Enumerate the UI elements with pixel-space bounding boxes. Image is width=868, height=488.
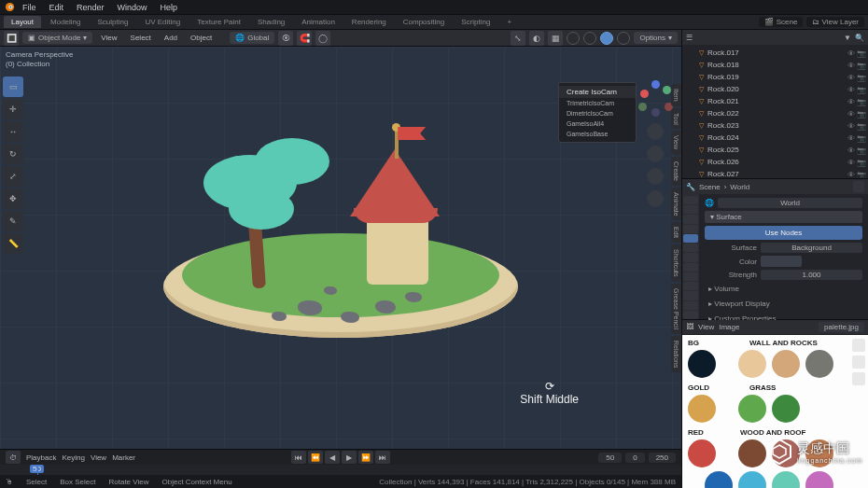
eye-icon[interactable]: 👁 — [847, 171, 855, 178]
ptab-viewlayer[interactable] — [683, 215, 698, 223]
tool-cursor[interactable]: ✛ — [3, 99, 23, 119]
image-editor-icon[interactable]: 🖼 — [686, 323, 693, 331]
tl-menu-playback[interactable]: Playback — [26, 453, 56, 462]
zoom-icon[interactable] — [647, 123, 664, 140]
play-icon[interactable]: ▶ — [342, 451, 357, 464]
strength-field[interactable]: 1.000 — [761, 270, 862, 280]
palette-swatch[interactable] — [738, 395, 766, 423]
ptab-material[interactable] — [683, 301, 698, 310]
shading-material[interactable] — [600, 32, 613, 45]
orbit-gizmo[interactable] — [637, 80, 674, 118]
workspace-tab-add[interactable]: + — [499, 16, 519, 28]
jump-end-icon[interactable]: ⏭ — [375, 451, 390, 464]
vp-menu-add[interactable]: Add — [160, 33, 182, 43]
workspace-tab-animation[interactable]: Animation — [294, 16, 343, 28]
play-reverse-icon[interactable]: ◀ — [325, 451, 340, 464]
3d-viewport[interactable]: Camera Perspective (0) Collection ▭ ✛ ↔ … — [0, 47, 681, 449]
orientation-dropdown[interactable]: 🌐 Global — [230, 32, 274, 44]
palette-swatch[interactable] — [738, 350, 766, 378]
palette-swatch[interactable] — [772, 350, 800, 378]
image-name-field[interactable]: palette.jpg — [819, 322, 864, 332]
popup-item[interactable]: TrimetricIsoCam — [559, 98, 636, 108]
workspace-tab-layout[interactable]: Layout — [4, 16, 41, 28]
prev-key-icon[interactable]: ⏪ — [308, 451, 323, 464]
outliner-item[interactable]: ▽Rock.017👁📷 — [682, 47, 868, 59]
pin-icon[interactable] — [853, 181, 864, 192]
ptab-output[interactable] — [683, 205, 698, 214]
outliner-item[interactable]: ▽Rock.027👁📷 — [682, 168, 868, 178]
vp-menu-object[interactable]: Object — [186, 33, 217, 43]
tool-scale[interactable]: ⤢ — [3, 166, 23, 187]
palette-canvas[interactable]: BGWALL AND ROCKSGOLDGRASSREDWOOD AND ROO… — [682, 335, 868, 488]
ptab-object[interactable] — [683, 244, 698, 252]
ntab-animate[interactable]: Animate — [671, 188, 681, 221]
vp-menu-view[interactable]: View — [96, 33, 121, 43]
world-name-field[interactable]: World — [718, 198, 862, 208]
palette-swatch[interactable] — [772, 439, 800, 467]
palette-swatch[interactable] — [688, 395, 716, 423]
palette-swatch[interactable] — [705, 471, 733, 488]
shading-rendered[interactable] — [617, 32, 630, 45]
tl-menu-keying[interactable]: Keying — [62, 453, 84, 462]
surface-section-header[interactable]: ▾ Surface — [705, 211, 862, 223]
camera-vis-icon[interactable]: 📷 — [857, 62, 864, 69]
workspace-tab-texturepaint[interactable]: Texture Paint — [189, 16, 248, 28]
ntab-item[interactable]: Item — [671, 84, 681, 106]
section-viewport-display[interactable]: ▸ Viewport Display — [705, 298, 862, 310]
use-nodes-button[interactable]: Use Nodes — [705, 226, 862, 240]
scene-selector[interactable]: 🎬 Scene — [759, 17, 803, 27]
outliner-item[interactable]: ▽Rock.022👁📷 — [682, 107, 868, 119]
outliner-item[interactable]: ▽Rock.020👁📷 — [682, 83, 868, 95]
pivot-icon[interactable]: ⦿ — [278, 31, 293, 46]
ntab-relations[interactable]: Relations — [671, 336, 681, 372]
tool-select-box[interactable]: ▭ — [3, 77, 23, 97]
ptab-render[interactable] — [683, 196, 698, 204]
menu-window[interactable]: Window — [112, 2, 153, 13]
ptab-scene[interactable] — [683, 225, 698, 233]
breadcrumb-world[interactable]: World — [730, 183, 749, 191]
current-frame-field[interactable]: 50 — [598, 453, 622, 463]
filter-icon[interactable]: ▼ — [844, 34, 851, 42]
eye-icon[interactable]: 👁 — [847, 74, 855, 81]
camera-vis-icon[interactable]: 📷 — [857, 171, 864, 178]
palette-swatch[interactable] — [805, 439, 833, 467]
menu-edit[interactable]: Edit — [44, 2, 70, 13]
outliner-item[interactable]: ▽Rock.019👁📷 — [682, 71, 868, 83]
ptab-particles[interactable] — [683, 263, 698, 272]
img-tool-3[interactable] — [852, 372, 865, 385]
proportional-icon[interactable]: ◯ — [315, 31, 330, 46]
world-datablock-icon[interactable]: 🌐 — [705, 199, 714, 207]
palette-swatch[interactable] — [688, 439, 716, 467]
camera-vis-icon[interactable]: 📷 — [857, 122, 864, 130]
shading-wireframe[interactable] — [567, 32, 580, 45]
img-tool-1[interactable] — [852, 339, 865, 352]
outliner-item[interactable]: ▽Rock.021👁📷 — [682, 95, 868, 107]
shading-solid[interactable] — [583, 32, 596, 45]
blender-logo-icon[interactable] — [4, 2, 15, 13]
tool-rotate[interactable]: ↻ — [3, 144, 23, 164]
vp-menu-select[interactable]: Select — [126, 33, 156, 43]
end-frame-field[interactable]: 250 — [649, 453, 676, 463]
menu-render[interactable]: Render — [71, 2, 110, 13]
popup-item[interactable]: DimetricIsoCam — [559, 108, 636, 119]
color-swatch[interactable] — [761, 256, 802, 267]
eye-icon[interactable]: 👁 — [847, 122, 855, 130]
editor-type-icon[interactable]: 🔳 — [4, 31, 19, 46]
ntab-edit[interactable]: Edit — [671, 222, 681, 243]
outliner-item[interactable]: ▽Rock.024👁📷 — [682, 132, 868, 144]
ntab-view[interactable]: View — [671, 131, 681, 154]
pan-icon[interactable] — [647, 146, 664, 162]
palette-swatch[interactable] — [805, 350, 833, 378]
img-tool-2[interactable] — [852, 356, 865, 369]
workspace-tab-shading[interactable]: Shading — [250, 16, 292, 28]
ntab-tool[interactable]: Tool — [671, 108, 681, 130]
axis-x-icon[interactable] — [640, 90, 649, 98]
menu-file[interactable]: File — [17, 2, 42, 13]
axis-z-icon[interactable] — [651, 80, 660, 89]
workspace-tab-sculpting[interactable]: Sculpting — [91, 16, 136, 28]
ntab-create[interactable]: Create — [671, 157, 681, 186]
gizmo-toggle-icon[interactable]: ⤡ — [511, 31, 525, 46]
camera-vis-icon[interactable]: 📷 — [857, 110, 864, 118]
ntab-grease[interactable]: Grease Pencil — [671, 284, 681, 334]
workspace-tab-scripting[interactable]: Scripting — [454, 16, 497, 28]
